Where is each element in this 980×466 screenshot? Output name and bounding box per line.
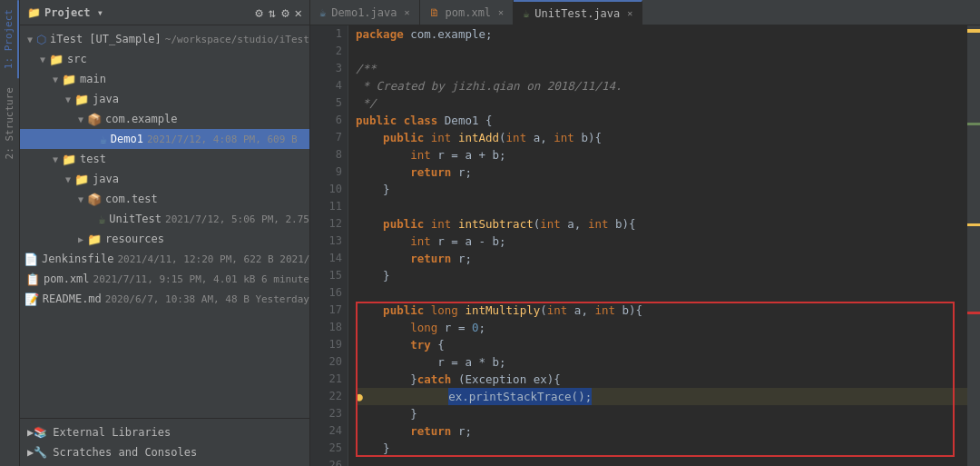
code-line-7[interactable]: public int intAdd(int a, int b){ [356,129,967,146]
code-line-14[interactable]: return r; [356,250,967,267]
code-line-19[interactable]: try { [356,336,967,353]
tree-item-main[interactable]: ▼ 📁 main [20,69,309,89]
sidebar-title-label: Project ▾ [44,6,103,19]
tree-label: Demo1 [111,133,143,145]
folder-icon: 📁 [62,153,76,166]
tree-item-unittest[interactable]: ☕ UnitTest 2021/7/12, 5:06 PM, 2.75 [20,209,309,229]
code-line-18[interactable]: long r = 0; [356,319,967,336]
tree-label: src [67,53,87,65]
collapse-arrow: ▼ [62,94,74,104]
tab-close[interactable]: ✕ [404,7,409,17]
selected-text: ex.printStackTrace(); [448,388,592,405]
tab-pom[interactable]: 🗎 pom.xml ✕ [420,0,514,25]
tree-label: java [93,93,119,105]
tree-item-demo1[interactable]: ☕ Demo1 2021/7/12, 4:08 PM, 609 B [20,129,309,149]
code-line-8[interactable]: int r = a + b; [356,146,967,164]
collapse-arrow: ▼ [36,55,49,64]
code-line-6[interactable]: public class Demo1 { [356,112,967,129]
collapse-arrow: ▼ [24,35,36,45]
tab-unittest[interactable]: ☕ UnitTest.java ✕ [514,0,642,25]
code-content[interactable]: package com.example; /** * Created by ji… [348,25,967,466]
code-line-20[interactable]: r = a * b; [356,353,967,371]
tree-item-src[interactable]: ▼ 📁 src [20,49,309,69]
library-icon: 📚 [34,426,47,439]
tree-item-pom[interactable]: 📋 pom.xml 2021/7/11, 9:15 PM, 4.01 kB 6 … [20,269,309,289]
code-line-17[interactable]: public long intMultiply(int a, int b){ [356,302,967,319]
package-icon: 📦 [87,113,102,126]
md-icon: 📝 [24,292,39,306]
code-line-11[interactable] [356,198,967,215]
java-test-file-icon: ☕ [98,213,105,226]
expand-arrow: ▶ [74,234,87,244]
tree-item-java-test[interactable]: ▼ 📁 java [20,169,309,189]
tree-item-java[interactable]: ▼ 📁 java [20,89,309,109]
line-number-9: 9 [310,164,342,181]
tab-close[interactable]: ✕ [498,7,504,17]
code-line-2[interactable] [356,43,967,60]
java-file-icon: ☕ [100,133,107,146]
tree-item-com-test[interactable]: ▼ 📦 com.test [20,189,309,209]
expand-icon[interactable]: ⇅ [269,5,276,20]
expand-arrow: ▶ [27,446,34,459]
collapse-arrow: ▼ [49,74,62,84]
code-line-24[interactable]: return r; [356,422,967,440]
code-line-15[interactable]: } [356,267,967,284]
code-line-10[interactable]: } [356,181,967,198]
editor-tabs: ☕ Demo1.java ✕ 🗎 pom.xml ✕ ☕ UnitTest.ja… [310,0,980,25]
line-number-19: 19 [310,336,342,353]
code-line-5[interactable]: */ [356,94,967,112]
tree-item-com-example[interactable]: ▼ 📦 com.example [20,109,309,129]
scratches-item[interactable]: ▶ 🔧 Scratches and Consoles [20,442,309,462]
code-line-23[interactable]: } [356,405,967,422]
editor-panel: ☕ Demo1.java ✕ 🗎 pom.xml ✕ ☕ UnitTest.ja… [310,0,980,466]
tree-label: UnitTest [109,213,162,225]
scratches-label: Scratches and Consoles [53,446,197,459]
code-line-1[interactable]: package com.example; [356,25,967,43]
code-line-16[interactable] [356,284,967,302]
tree-item-jenkinsfile[interactable]: 📄 Jenkinsfile 2021/4/11, 12:20 PM, 622 B… [20,249,309,269]
tree-item-resources[interactable]: ▶ 📁 resources [20,229,309,249]
line-number-7: 7 [310,129,342,146]
external-libraries-label: External Libraries [53,426,171,439]
tab-demo1[interactable]: ☕ Demo1.java ✕ [310,0,420,25]
line-number-25: 25 [310,440,342,457]
code-line-9[interactable]: return r; [356,164,967,181]
tree-label: java [93,173,119,185]
xml-icon: 🗎 [429,6,440,19]
tree-item-readme[interactable]: 📝 README.md 2020/6/7, 10:38 AM, 48 B Yes… [20,289,309,309]
tree-meta: 2021/4/11, 12:20 PM, 622 B 2021/7/ [117,253,309,265]
sidebar-bottom: ▶ 📚 External Libraries ▶ 🔧 Scratches and… [20,418,309,466]
code-line-26[interactable] [356,457,967,466]
close-icon[interactable]: ✕ [295,5,302,20]
tree-item-itest[interactable]: ▼ ⬡ iTest [UT_Sample] ~/workspace/studio… [20,29,309,49]
code-line-13[interactable]: int r = a - b; [356,233,967,250]
code-line-4[interactable]: * Created by jizhi.qian on 2018/11/14. [356,77,967,94]
code-editor: 1234567891011121314151617181920212223242… [310,25,980,466]
code-line-21[interactable]: }catch (Exception ex){ [356,371,967,388]
project-icon: ⬡ [36,33,46,46]
line-number-20: 20 [310,353,342,371]
external-libraries-item[interactable]: ▶ 📚 External Libraries [20,422,309,442]
tree-label: Jenkinsfile [42,253,113,265]
line-number-6: 6 [310,112,342,129]
code-line-3[interactable]: /** [356,60,967,77]
java-icon: ☕ [319,6,326,19]
collapse-arrow: ▼ [62,174,74,184]
code-line-22[interactable]: ● ex.printStackTrace(); [356,388,967,405]
java-test-sources-icon: 📁 [74,173,89,186]
line-number-14: 14 [310,250,342,267]
line-number-21: 21 [310,371,342,388]
java-test-icon: ☕ [523,7,529,20]
line-number-18: 18 [310,319,342,336]
line-number-26: 26 [310,457,342,466]
tab-close[interactable]: ✕ [627,8,632,18]
code-line-12[interactable]: public int intSubtract(int a, int b){ [356,215,967,233]
settings-icon[interactable]: ⚙ [281,5,289,20]
line-number-11: 11 [310,198,342,215]
project-tab[interactable]: 1: Project [0,0,19,78]
tree-item-test[interactable]: ▼ 📁 test [20,149,309,169]
code-line-25[interactable]: } [356,440,967,457]
structure-tab[interactable]: 2: Structure [1,78,18,168]
gear-icon[interactable]: ⚙ [255,5,262,20]
tree-label: iTest [UT_Sample] [50,33,162,45]
